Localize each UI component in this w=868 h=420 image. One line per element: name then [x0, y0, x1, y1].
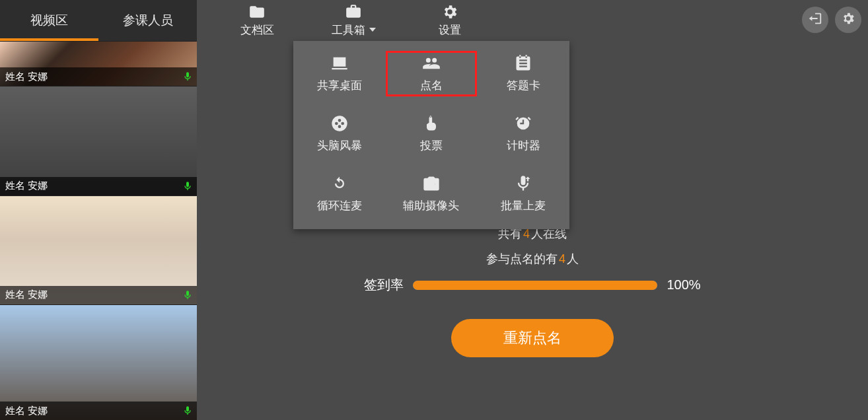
tool-answer-card[interactable]: 答题卡	[478, 50, 569, 97]
tool-label: 共享桌面	[317, 78, 362, 93]
video-overlay: 姓名 安娜	[0, 67, 197, 86]
rollcall-rate-pct: 100%	[667, 277, 700, 293]
video-item[interactable]: 姓名 安娜	[0, 41, 197, 86]
share-screen-icon	[330, 54, 349, 73]
tool-label: 投票	[420, 138, 443, 153]
topbar-item-label: 文档区	[240, 22, 274, 38]
video-overlay: 姓名 安娜	[0, 402, 197, 420]
video-name-label: 姓名	[5, 405, 25, 417]
rc-online-prefix: 共有	[498, 227, 522, 240]
mic-icon	[182, 70, 193, 83]
rc-joined-count: 4	[559, 252, 565, 265]
tool-brainstorm[interactable]: 头脑风暴	[293, 110, 385, 157]
topbar: 文档区 工具箱 设置	[197, 0, 868, 41]
tool-label: 头脑风暴	[317, 138, 362, 153]
app-root: 视频区 参课人员 姓名 安娜 姓名 安娜	[0, 0, 868, 420]
tool-label: 辅助摄像头	[403, 198, 459, 213]
sidebar-tab-label: 参课人员	[123, 12, 173, 29]
topbar-item-settings[interactable]: 设置	[402, 0, 498, 41]
video-name-label: 姓名	[5, 289, 25, 301]
toolbox-panel: 共享桌面 点名 答题卡 头脑风暴 投票 计时器	[293, 41, 569, 229]
video-name-value: 安娜	[28, 289, 48, 301]
mic-up-icon	[514, 174, 532, 193]
topbar-item-label: 工具箱	[332, 22, 376, 38]
settings-button[interactable]	[835, 7, 861, 33]
topbar-right-controls	[802, 7, 861, 33]
video-name-value: 安娜	[28, 405, 48, 417]
topbar-item-label-text: 工具箱	[332, 22, 365, 38]
rollcall-rate-label: 签到率	[364, 276, 404, 294]
tool-aux-camera[interactable]: 辅助摄像头	[385, 170, 477, 217]
gear-icon	[841, 11, 855, 28]
rollcall-joined-line: 参与点名的有4人	[486, 251, 579, 267]
video-name-value: 安娜	[28, 71, 48, 83]
camera-add-icon	[422, 174, 441, 193]
rollcall-progress-row: 签到率 100%	[328, 276, 737, 294]
rc-online-suffix: 人在线	[531, 227, 567, 240]
tool-cycle-mic[interactable]: 循环连麦	[293, 170, 385, 217]
tool-batch-mic[interactable]: 批量上麦	[478, 170, 569, 217]
rc-joined-prefix: 参与点名的有	[486, 252, 558, 265]
sidebar-tab-video[interactable]: 视频区	[0, 0, 98, 41]
tool-label: 批量上麦	[501, 198, 546, 213]
topbar-item-label: 设置	[439, 22, 461, 38]
tool-timer[interactable]: 计时器	[478, 110, 569, 157]
group-icon	[422, 54, 441, 73]
video-item[interactable]: 姓名 安娜	[0, 304, 197, 420]
sidebar-tabs: 视频区 参课人员	[0, 0, 197, 41]
sidebar-tab-label: 视频区	[30, 12, 68, 29]
folder-icon	[248, 4, 266, 20]
refresh-icon	[330, 174, 349, 193]
video-overlay: 姓名 安娜	[0, 286, 197, 304]
rollcall-progress-fill	[413, 281, 657, 290]
touch-icon	[422, 114, 441, 133]
film-reel-icon	[330, 114, 349, 133]
video-name-label: 姓名	[5, 180, 25, 192]
exit-icon	[808, 11, 822, 28]
rollcall-retry-button[interactable]: 重新点名	[451, 319, 614, 357]
video-name-label: 姓名	[5, 71, 25, 83]
tool-vote[interactable]: 投票	[385, 110, 477, 157]
tool-label: 循环连麦	[317, 198, 362, 213]
alarm-icon	[514, 114, 532, 133]
topbar-item-docs[interactable]: 文档区	[209, 0, 305, 41]
tool-rollcall[interactable]: 点名	[385, 50, 477, 97]
answer-card-icon	[514, 54, 532, 73]
video-overlay: 姓名 安娜	[0, 177, 197, 195]
gear-icon	[441, 4, 458, 20]
chevron-down-icon	[369, 28, 376, 32]
video-item[interactable]: 姓名 安娜	[0, 195, 197, 304]
exit-button[interactable]	[802, 7, 828, 33]
video-list: 姓名 安娜 姓名 安娜 姓名	[0, 41, 197, 420]
rc-online-count: 4	[523, 227, 530, 240]
tool-label: 计时器	[507, 138, 540, 153]
video-name-value: 安娜	[28, 180, 48, 192]
tool-label: 答题卡	[507, 78, 540, 93]
briefcase-icon	[345, 4, 362, 20]
rollcall-progress-bar	[413, 281, 657, 290]
tool-label: 点名	[420, 78, 443, 93]
mic-icon	[182, 289, 193, 302]
mic-icon	[182, 180, 193, 193]
sidebar-tab-participants[interactable]: 参课人员	[98, 0, 197, 41]
rollcall-panel: 共有4人在线 参与点名的有4人 签到率 100% 重新点名	[328, 226, 737, 357]
topbar-item-toolbox[interactable]: 工具箱	[305, 0, 402, 41]
mic-icon	[182, 404, 193, 417]
rc-joined-suffix: 人	[567, 252, 579, 265]
tool-share-desktop[interactable]: 共享桌面	[293, 50, 385, 97]
main-area: 文档区 工具箱 设置 共享桌面	[197, 0, 868, 420]
sidebar: 视频区 参课人员 姓名 安娜 姓名 安娜	[0, 0, 197, 420]
video-item[interactable]: 姓名 安娜	[0, 86, 197, 195]
